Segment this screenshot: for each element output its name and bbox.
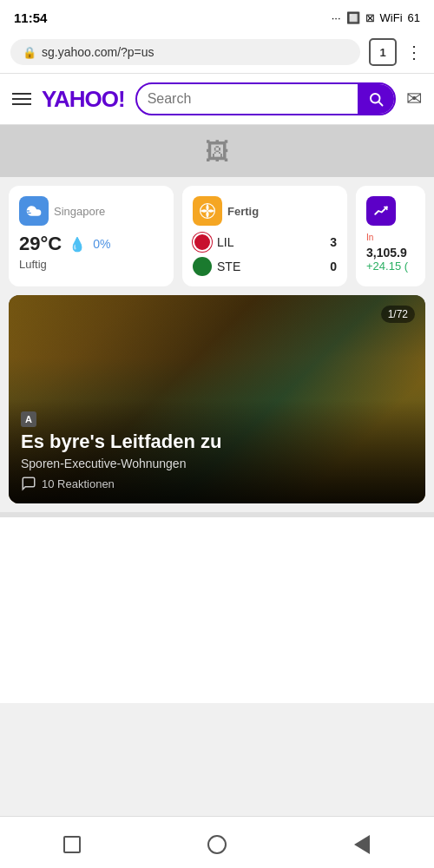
hamburger-menu[interactable] (12, 93, 31, 105)
team2-name: STE (217, 260, 325, 273)
search-bar[interactable] (135, 82, 396, 115)
empty-content-area (0, 512, 434, 703)
ste-logo (193, 257, 212, 276)
sports-status: Fertig (227, 205, 259, 218)
weather-description: Luftig (19, 258, 163, 271)
source-label: A (21, 411, 36, 427)
status-bar: 11:54 ··· 🔲 ⊠ WiFi 61 (0, 0, 434, 31)
sports-icon (193, 196, 222, 226)
sports-widget[interactable]: Fertig LIL 3 STE 0 (182, 186, 347, 286)
more-button[interactable]: ⋮ (405, 42, 424, 62)
circle-icon (207, 835, 227, 854)
humidity: 0% (93, 237, 110, 251)
team1-name: LIL (217, 235, 325, 249)
square-button[interactable] (60, 832, 84, 857)
weather-icon (19, 196, 49, 226)
search-input[interactable] (137, 85, 358, 113)
news-source: A (21, 411, 413, 427)
mail-icon[interactable]: ✉ (406, 88, 422, 110)
finance-value: 3,105.9 (366, 246, 415, 260)
status-time: 11:54 (14, 10, 47, 25)
svg-line-1 (378, 102, 382, 105)
weather-header: Singapore (19, 196, 163, 226)
weather-widget[interactable]: Singapore 29°C 💧 0% Luftig (9, 186, 174, 286)
yahoo-logo: YAHOO! (42, 86, 125, 113)
sports-header: Fertig (193, 196, 337, 226)
wifi-icon: WiFi (380, 11, 403, 24)
news-article[interactable]: 1/72 A Es byre's Leitfaden zu Sporen-Exe… (9, 295, 425, 503)
news-overlay: A Es byre's Leitfaden zu Sporen-Executiv… (9, 399, 425, 503)
sim-icon: ⊠ (365, 11, 375, 24)
image-placeholder: 🖼 (0, 125, 434, 177)
team2-score: 0 (330, 260, 337, 273)
lil-logo (193, 233, 212, 252)
home-button[interactable] (205, 832, 229, 857)
dots-icon: ··· (332, 11, 341, 24)
news-subtitle: Sporen-Executive-Wohnungen (21, 457, 413, 470)
widget-row: Singapore 29°C 💧 0% Luftig Fertig (0, 177, 434, 295)
news-reactions: 10 Reaktionen (21, 476, 413, 491)
battery-level: 61 (408, 11, 420, 24)
back-icon (354, 835, 370, 854)
broken-image-icon: 🖼 (205, 137, 229, 166)
finance-label: In (366, 233, 415, 242)
match-row-1: LIL 3 (193, 233, 337, 252)
back-button[interactable] (350, 832, 374, 857)
lock-icon: 🔒 (23, 46, 36, 59)
finance-header (366, 196, 415, 226)
status-icons: ··· 🔲 ⊠ WiFi 61 (332, 11, 420, 24)
battery-icon: 🔲 (346, 11, 360, 24)
news-title: Es byre's Leitfaden zu (21, 431, 413, 453)
reactions-count: 10 Reaktionen (42, 477, 115, 490)
square-icon (63, 836, 81, 853)
temperature: 29°C (19, 233, 62, 255)
drop-icon: 💧 (69, 236, 86, 253)
finance-widget[interactable]: In 3,105.9 +24.15 ( (356, 186, 425, 286)
browser-bar: 🔒 sg.yahoo.com/?p=us 1 ⋮ (0, 31, 434, 74)
yahoo-header: YAHOO! ✉ (0, 74, 434, 125)
match-row-2: STE 0 (193, 257, 337, 276)
url-text: sg.yahoo.com/?p=us (42, 45, 155, 59)
slide-count: 1/72 (381, 306, 415, 323)
finance-icon (366, 196, 396, 226)
finance-change: +24.15 ( (366, 260, 415, 273)
temp-row: 29°C 💧 0% (19, 233, 163, 255)
tab-button[interactable]: 1 (369, 38, 397, 66)
comment-icon (21, 476, 36, 491)
team1-score: 3 (330, 235, 337, 249)
search-button[interactable] (358, 84, 394, 114)
bottom-navigation (0, 816, 434, 868)
search-icon (368, 91, 384, 107)
location-name: Singapore (54, 205, 105, 218)
url-bar[interactable]: 🔒 sg.yahoo.com/?p=us (10, 39, 360, 65)
